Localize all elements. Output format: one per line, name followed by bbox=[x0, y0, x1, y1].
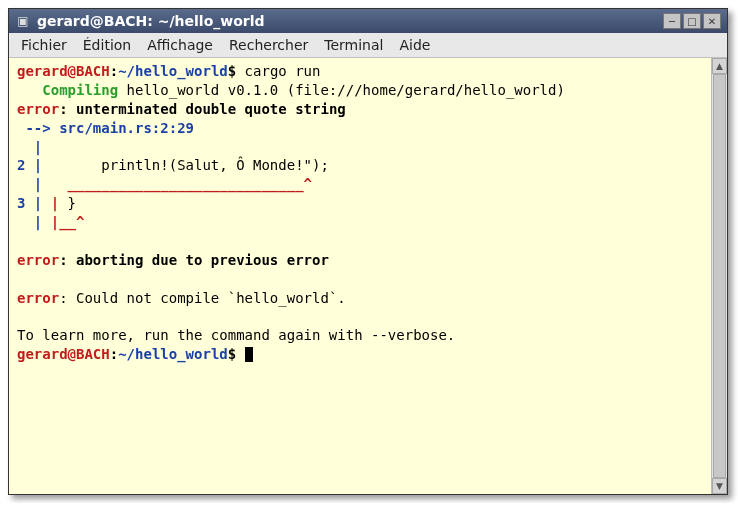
error2-label: error bbox=[17, 252, 59, 268]
scroll-up-button[interactable]: ▲ bbox=[712, 58, 727, 74]
scrollbar[interactable]: ▲ ▼ bbox=[711, 58, 727, 494]
menu-terminal[interactable]: Terminal bbox=[318, 36, 389, 54]
prompt2-at: @ bbox=[68, 346, 76, 362]
gutter-pipe-3b: | bbox=[17, 214, 51, 230]
scroll-track[interactable] bbox=[712, 74, 727, 478]
prompt2-dollar: $ bbox=[228, 346, 236, 362]
prompt2-user: gerard bbox=[17, 346, 68, 362]
error3-text: : Could not compile `hello_world`. bbox=[59, 290, 346, 306]
error2-text: : aborting due to previous error bbox=[59, 252, 329, 268]
terminal-icon: ▣ bbox=[15, 13, 31, 29]
prompt-at: @ bbox=[68, 63, 76, 79]
error1-text: : unterminated double quote string bbox=[59, 101, 346, 117]
gutter-redpipe-3: | bbox=[42, 195, 59, 211]
maximize-button[interactable]: □ bbox=[683, 13, 701, 29]
menu-affichage[interactable]: Affichage bbox=[141, 36, 219, 54]
prompt-user: gerard bbox=[17, 63, 68, 79]
window-title: gerard@BACH: ~/hello_world bbox=[37, 13, 657, 29]
error3-label: error bbox=[17, 290, 59, 306]
window-buttons: ─ □ ✕ bbox=[663, 13, 721, 29]
error-location: --> src/main.rs:2:29 bbox=[17, 120, 194, 136]
compiling-label: Compiling bbox=[17, 82, 118, 98]
prompt2-path: ~/hello_world bbox=[118, 346, 228, 362]
scroll-down-button[interactable]: ▼ bbox=[712, 478, 727, 494]
gutter-pipe-3: | bbox=[25, 195, 42, 211]
cursor bbox=[245, 347, 253, 362]
terminal-window: ▣ gerard@BACH: ~/hello_world ─ □ ✕ Fichi… bbox=[8, 8, 728, 495]
source-line-3: } bbox=[59, 195, 76, 211]
gutter-pipe-1: | bbox=[17, 139, 42, 155]
gutter-pipe-2b: | bbox=[17, 176, 51, 192]
prompt2-colon: : bbox=[110, 346, 118, 362]
menu-fichier[interactable]: Fichier bbox=[15, 36, 73, 54]
learn-more-text: To learn more, run the command again wit… bbox=[17, 327, 455, 343]
command-1: cargo run bbox=[236, 63, 320, 79]
menu-rechercher[interactable]: Rechercher bbox=[223, 36, 314, 54]
titlebar[interactable]: ▣ gerard@BACH: ~/hello_world ─ □ ✕ bbox=[9, 9, 727, 33]
error-underline-2: ____________________________^ bbox=[51, 176, 312, 192]
prompt-dollar: $ bbox=[228, 63, 236, 79]
source-line-2: println!(Salut, Ô Monde!"); bbox=[42, 157, 329, 173]
compiling-text: hello_world v0.1.0 (file:///home/gerard/… bbox=[118, 82, 565, 98]
menu-aide[interactable]: Aide bbox=[393, 36, 436, 54]
minimize-button[interactable]: ─ bbox=[663, 13, 681, 29]
error1-label: error bbox=[17, 101, 59, 117]
menu-edition[interactable]: Édition bbox=[77, 36, 137, 54]
error-underline-3: |__^ bbox=[51, 214, 85, 230]
prompt-path: ~/hello_world bbox=[118, 63, 228, 79]
menubar: Fichier Édition Affichage Rechercher Ter… bbox=[9, 33, 727, 58]
gutter-pipe-2: | bbox=[25, 157, 42, 173]
scroll-thumb[interactable] bbox=[713, 74, 726, 478]
close-button[interactable]: ✕ bbox=[703, 13, 721, 29]
prompt-colon: : bbox=[110, 63, 118, 79]
terminal-output[interactable]: gerard@BACH:~/hello_world$ cargo run Com… bbox=[9, 58, 711, 494]
prompt-host: BACH bbox=[76, 63, 110, 79]
prompt2-host: BACH bbox=[76, 346, 110, 362]
terminal-body: gerard@BACH:~/hello_world$ cargo run Com… bbox=[9, 58, 727, 494]
